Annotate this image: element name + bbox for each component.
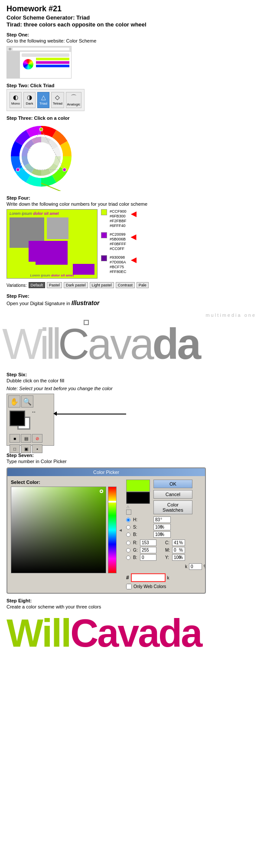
radio-s[interactable]	[126, 525, 130, 529]
triad-button[interactable]: △ Triad	[37, 92, 49, 108]
codes-3: #930098 #7D006A #BCF75 #FF80EC	[110, 255, 127, 274]
svg-point-7	[16, 168, 20, 171]
step-seven-desc: Type number in Color Picker	[7, 459, 260, 464]
var-contrast[interactable]: Contrast	[116, 282, 135, 288]
logo-circle	[84, 320, 89, 325]
var-light-pastel[interactable]: Light pastel	[90, 282, 114, 288]
g-input[interactable]	[140, 547, 156, 553]
color-group-2: #C20099 #5B006B #F0BFFF #CC0FF ◄	[101, 232, 138, 251]
color-wheel	[7, 122, 76, 191]
h-label: H:	[133, 517, 153, 522]
radio-b[interactable]	[126, 533, 130, 537]
swatches-3	[101, 255, 107, 261]
step-six-label: Step Six:	[7, 372, 260, 377]
step-eight-label: Step Eight:	[7, 598, 260, 603]
color-picker-body: Select Color: ◄ ⚠	[7, 476, 205, 593]
cp-fields-grid: H: ° S: % B: %	[126, 516, 206, 538]
y-unit: %	[179, 555, 196, 560]
r-input[interactable]	[140, 539, 156, 546]
cp-hue-cursor	[108, 501, 116, 503]
variations-bar: Variations: Default Pastel Dark pastel L…	[7, 282, 260, 288]
red-arrow-3: ◄	[129, 255, 139, 265]
full-screen-btn[interactable]: ▣	[21, 444, 31, 453]
no-fill-btn[interactable]: ⊘	[32, 434, 42, 443]
cp-warn: ⚠	[126, 505, 150, 509]
cp-hue-arrow: ◄	[118, 528, 123, 533]
radio-g[interactable]	[126, 548, 130, 552]
m-label: M:	[165, 548, 171, 552]
step-one-desc: Go to the following website: Color Schem…	[7, 38, 260, 43]
color-scheme-panel: Lorem ipsum dolor sit amet Lorem ipsum d…	[7, 209, 260, 279]
k-after: k	[167, 575, 169, 580]
hand-tool[interactable]: ✋	[8, 395, 20, 408]
fill-box[interactable]	[10, 411, 25, 426]
tools-panel: ✋ 🔍 ↔ ■ ▤ ⊘ □ ▣ ▪	[7, 394, 54, 446]
present-btn[interactable]: ▪	[32, 444, 42, 453]
tetrad-button[interactable]: ◇ Tetrad	[51, 92, 64, 108]
cp-gradient-box[interactable]	[11, 487, 106, 573]
k-unit: %	[204, 564, 206, 569]
small-tools-row-2: □ ▣ ▪	[7, 444, 54, 454]
only-web-checkbox[interactable]	[126, 584, 132, 589]
mono-button[interactable]: ◐ Mono	[10, 92, 22, 108]
var-pastel[interactable]: Pastel	[47, 282, 62, 288]
scheme-colors-right: #CCF900 #6FB300 #F2FBBF #6FFF40 ◄ #C2009…	[101, 209, 138, 279]
cp-gradient-area: ◄	[11, 487, 123, 573]
magnify-tool[interactable]: 🔍	[21, 395, 33, 408]
step-six-desc: Dubble click on the color fill	[7, 378, 260, 383]
step-five-desc: Open your Digital Signature in Illustrat…	[7, 299, 260, 306]
var-default[interactable]: Default	[29, 282, 46, 288]
cp-cmyk-grid: R: C: % G: M: % B: Y:	[126, 539, 206, 561]
ok-button[interactable]: OK	[153, 480, 192, 488]
var-dark-pastel[interactable]: Dark pastel	[64, 282, 88, 288]
cp-old-color	[126, 492, 150, 504]
step-one-label: Step One:	[7, 32, 260, 37]
b-unit: %	[160, 532, 166, 537]
analogic-button[interactable]: ⌒ Analogic	[66, 92, 81, 108]
cp-left: Select Color: ◄	[11, 480, 123, 589]
tools-row-1: ✋ 🔍	[7, 394, 54, 409]
var-pale[interactable]: Pale	[137, 282, 149, 288]
b-label: B:	[133, 532, 153, 537]
subtitle2: Tirad: three colors each opposite on the…	[7, 21, 260, 28]
gradient-btn[interactable]: ▤	[21, 434, 31, 443]
swatch-3-1	[101, 255, 107, 261]
cp-preview-area: ⚠	[126, 480, 150, 515]
fill-none-btn[interactable]: ■	[10, 434, 20, 443]
lorem-top: Lorem ipsum dolor sit amet	[10, 211, 59, 216]
screen-btn[interactable]: □	[10, 444, 20, 453]
fill-stroke-wrapper: ↔	[10, 411, 36, 431]
radio-bl[interactable]	[126, 556, 130, 560]
fill-arrow-section: ✋ 🔍 ↔ ■ ▤ ⊘ □ ▣ ▪	[7, 394, 260, 448]
h-unit: °	[160, 517, 166, 522]
s-label: S:	[133, 525, 153, 529]
select-color-label: Select Color:	[11, 480, 123, 485]
sp-block4	[10, 262, 36, 275]
radio-h[interactable]	[126, 518, 130, 522]
cp-right-panel: ⚠ OK Cancel Color Swatches H: °	[126, 480, 206, 589]
color-swatches-button[interactable]: Color Swatches	[153, 500, 192, 514]
final-c: C	[70, 612, 97, 655]
color-picker-dialog: Color Picker Select Color: ◄	[7, 467, 206, 594]
cancel-button[interactable]: Cancel	[153, 490, 192, 499]
swatches-1	[101, 209, 107, 215]
k-input[interactable]	[189, 563, 202, 570]
dark-button[interactable]: ◑ Dark	[23, 92, 36, 108]
triad-buttons-panel: ◐ Mono ◑ Dark △ Triad ◇ Tetrad ⌒ Analogi…	[7, 89, 85, 111]
cp-gradient-cursor	[100, 490, 103, 493]
g-label: G:	[133, 548, 139, 552]
fill-stroke-area: ↔	[7, 409, 54, 433]
hex-hash: #	[126, 575, 129, 581]
color-group-1: #CCF900 #6FB300 #F2FBBF #6FFF40 ◄	[101, 209, 138, 228]
hex-input[interactable]: 99FF00	[131, 573, 166, 582]
codes-1: #CCF900 #6FB300 #F2FBBF #6FFF40	[110, 209, 127, 228]
logo-section: multimedia one Will Cavada	[7, 309, 260, 365]
only-web-colors-row: Only Web Colors	[126, 584, 206, 589]
switch-icon[interactable]: ↔	[31, 409, 36, 415]
radio-r[interactable]	[126, 541, 130, 545]
cp-preview-buttons: ⚠ OK Cancel Color Swatches	[126, 480, 206, 515]
bl-input[interactable]	[140, 554, 156, 561]
cp-hue-bar[interactable]	[108, 487, 117, 573]
c-label: C:	[165, 540, 171, 545]
sp-block2	[47, 217, 68, 239]
